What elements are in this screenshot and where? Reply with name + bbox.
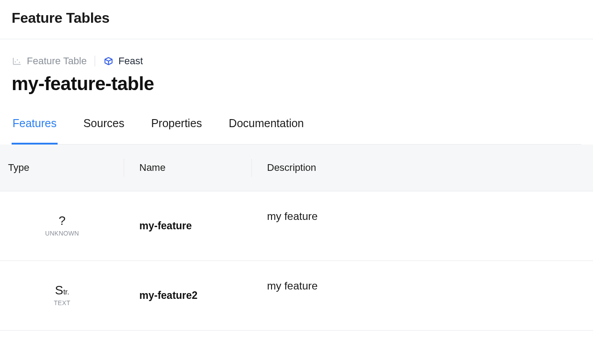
breadcrumb-divider: [95, 56, 95, 66]
feature-table-icon: [12, 56, 22, 66]
column-header-type[interactable]: Type: [0, 145, 124, 191]
type-symbol: Str.: [55, 284, 69, 297]
breadcrumb: Feature Table Feast: [12, 55, 581, 67]
cell-description: my feature: [252, 191, 593, 261]
tab-sources[interactable]: Sources: [83, 117, 125, 144]
cell-name: my-feature2: [124, 261, 252, 330]
content-area: Feature Table Feast my-feature-table Fea…: [0, 39, 593, 331]
type-label: TEXT: [54, 299, 71, 306]
page-header: Feature Tables: [0, 0, 593, 39]
page-title: Feature Tables: [12, 10, 581, 26]
tab-documentation[interactable]: Documentation: [228, 117, 305, 144]
cell-type: ? UNKNOWN: [0, 191, 124, 261]
tab-features[interactable]: Features: [12, 117, 58, 144]
column-header-description[interactable]: Description: [252, 145, 593, 191]
type-label: UNKNOWN: [45, 230, 79, 237]
svg-point-4: [19, 62, 20, 63]
tab-properties[interactable]: Properties: [150, 117, 203, 144]
type-symbol: ?: [58, 215, 66, 227]
features-table: Type Name Description ? UNKNOWN: [0, 145, 593, 331]
breadcrumb-platform-label: Feast: [118, 55, 143, 67]
entity-name: my-feature-table: [12, 73, 581, 95]
breadcrumb-entity-type[interactable]: Feature Table: [12, 55, 87, 67]
breadcrumb-platform[interactable]: Feast: [103, 55, 143, 67]
cell-description: my feature: [252, 261, 593, 330]
table-row[interactable]: Str. TEXT my-feature2 my feature: [0, 261, 593, 330]
svg-point-2: [15, 62, 16, 63]
cell-name: my-feature: [124, 191, 252, 261]
svg-point-3: [17, 59, 18, 61]
cell-type: Str. TEXT: [0, 261, 124, 330]
table-header-row: Type Name Description: [0, 145, 593, 191]
table-row[interactable]: ? UNKNOWN my-feature my feature: [0, 191, 593, 261]
feast-icon: [103, 56, 114, 66]
breadcrumb-entity-type-label: Feature Table: [27, 55, 87, 67]
tabs: Features Sources Properties Documentatio…: [12, 117, 581, 145]
column-header-name[interactable]: Name: [124, 145, 252, 191]
